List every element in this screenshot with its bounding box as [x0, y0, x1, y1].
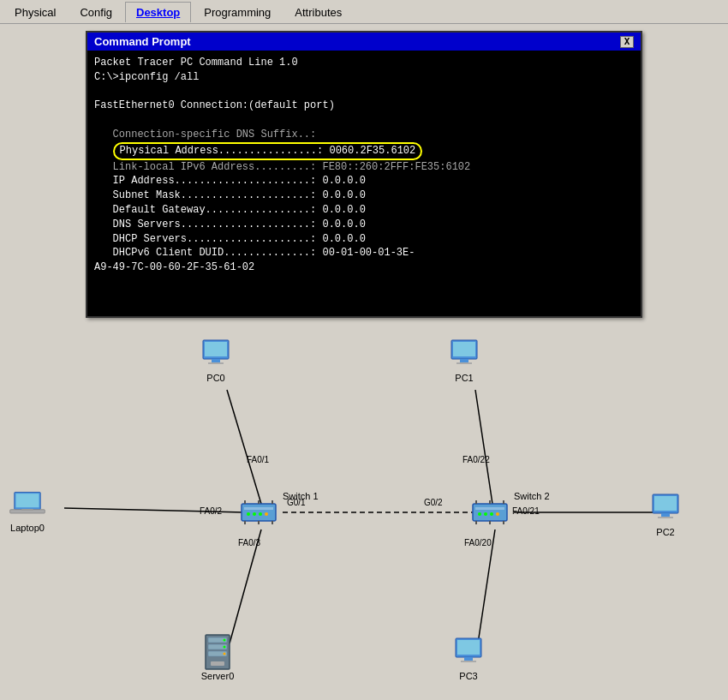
port-fa020: FA0/20 — [464, 538, 492, 547]
pc2-label: PC2 — [656, 527, 674, 537]
network-svg — [0, 328, 728, 688]
cmd-line-4: FastEthernet0 Connection:(default port) — [94, 99, 634, 113]
port-fa01: FA0/1 — [247, 455, 269, 464]
tabs-bar: Physical Config Desktop Programming Attr… — [0, 0, 728, 24]
svg-rect-57 — [464, 657, 473, 661]
tab-attributes[interactable]: Attributes — [283, 2, 353, 22]
tab-config[interactable]: Config — [69, 2, 123, 22]
svg-point-52 — [224, 646, 226, 649]
device-pc3[interactable]: PC3 — [450, 635, 487, 681]
cmd-body[interactable]: Packet Tracer PC Command Line 1.0 C:\>ip… — [87, 51, 641, 316]
tab-desktop[interactable]: Desktop — [125, 2, 191, 22]
svg-point-33 — [478, 512, 481, 516]
svg-rect-14 — [456, 362, 472, 364]
svg-rect-20 — [244, 507, 273, 510]
svg-rect-45 — [661, 513, 670, 517]
svg-rect-8 — [205, 342, 227, 356]
cmd-line-11: Default Gateway.................: 0.0.0.… — [94, 203, 634, 218]
svg-point-36 — [496, 512, 499, 516]
device-pc2[interactable]: PC2 — [647, 491, 684, 537]
tab-programming[interactable]: Programming — [193, 2, 282, 22]
svg-point-22 — [253, 512, 256, 516]
cmd-line-9: IP Address......................: 0.0.0.… — [94, 174, 634, 188]
svg-point-23 — [259, 512, 262, 516]
device-pc0[interactable]: PC0 — [197, 337, 235, 383]
svg-rect-10 — [208, 362, 224, 364]
pc1-icon — [445, 337, 483, 371]
server0-label: Server0 — [201, 671, 235, 681]
svg-rect-58 — [461, 661, 476, 662]
switch2-icon — [471, 495, 509, 529]
physical-address-highlight: Physical Address................: 0060.2… — [113, 142, 423, 160]
svg-rect-18 — [21, 509, 33, 511]
cmd-line-10: Subnet Mask.....................: 0.0.0.… — [94, 188, 634, 203]
svg-rect-32 — [475, 507, 504, 510]
svg-rect-9 — [212, 359, 220, 362]
device-switch2[interactable] — [471, 495, 509, 529]
port-fa02: FA0/2 — [200, 506, 222, 516]
pc1-label: PC1 — [455, 373, 473, 383]
svg-point-21 — [247, 512, 250, 516]
content-area: Command Prompt X Packet Tracer PC Comman… — [0, 24, 728, 328]
pc0-icon — [197, 337, 235, 371]
svg-rect-54 — [211, 661, 224, 666]
cmd-line-12: DNS Servers.....................: 0.0.0.… — [94, 218, 634, 232]
laptop0-icon — [9, 487, 46, 521]
pc3-icon — [450, 635, 487, 669]
device-server0[interactable]: Server0 — [199, 635, 236, 681]
cmd-line-5 — [94, 113, 634, 128]
device-pc1[interactable]: PC1 — [445, 337, 483, 383]
svg-point-51 — [224, 639, 226, 642]
cmd-title: Command Prompt — [94, 35, 191, 48]
cmd-line-6: Connection-specific DNS Suffix..: — [94, 128, 634, 142]
network-diagram: PC0 PC1 Laptop0 — [0, 328, 728, 688]
svg-rect-56 — [457, 640, 480, 655]
svg-point-53 — [224, 653, 226, 655]
svg-rect-12 — [453, 342, 475, 356]
cmd-window: Command Prompt X Packet Tracer PC Comman… — [86, 31, 642, 318]
cmd-line-14: DHCPv6 Client DUID..............: 00-01-… — [94, 246, 634, 260]
port-g01: G0/1 — [287, 498, 306, 507]
svg-line-1 — [475, 390, 492, 504]
tab-physical[interactable]: Physical — [3, 2, 67, 22]
port-fa03: FA0/3 — [238, 538, 260, 547]
svg-rect-19 — [242, 504, 276, 521]
svg-rect-44 — [654, 496, 677, 511]
svg-point-34 — [484, 512, 487, 516]
pc3-label: PC3 — [459, 671, 477, 681]
laptop0-label: Laptop0 — [10, 523, 45, 533]
port-fa022: FA0/22 — [462, 455, 490, 464]
svg-rect-31 — [473, 504, 507, 521]
switch2-label: Switch 2 — [514, 491, 550, 501]
pc0-label: PC0 — [206, 373, 224, 383]
cmd-line-highlight: Physical Address................: 0060.2… — [94, 142, 634, 160]
pc2-icon — [647, 491, 684, 525]
cmd-close-button[interactable]: X — [620, 36, 634, 48]
device-laptop0[interactable]: Laptop0 — [9, 487, 46, 533]
server0-icon — [199, 635, 236, 669]
cmd-line-15: A9-49-7C-00-60-2F-35-61-02 — [94, 260, 634, 275]
port-g02: G0/2 — [424, 498, 443, 507]
cmd-line-8: Link-local IPv6 Address.........: FE80::… — [94, 160, 634, 175]
switch1-icon — [240, 495, 277, 529]
cmd-line-2: C:\>ipconfig /all — [94, 70, 634, 85]
svg-rect-16 — [15, 494, 39, 507]
svg-point-35 — [490, 512, 493, 516]
svg-point-24 — [265, 512, 268, 516]
device-switch1[interactable] — [240, 495, 277, 529]
svg-rect-46 — [658, 517, 673, 518]
svg-rect-13 — [460, 359, 468, 362]
cmd-titlebar: Command Prompt X — [87, 33, 641, 51]
cmd-line-1: Packet Tracer PC Command Line 1.0 — [94, 56, 634, 70]
cmd-line-13: DHCP Servers....................: 0.0.0.… — [94, 232, 634, 247]
port-fa021: FA0/21 — [512, 506, 540, 516]
cmd-line-3 — [94, 85, 634, 99]
svg-line-0 — [227, 390, 261, 504]
